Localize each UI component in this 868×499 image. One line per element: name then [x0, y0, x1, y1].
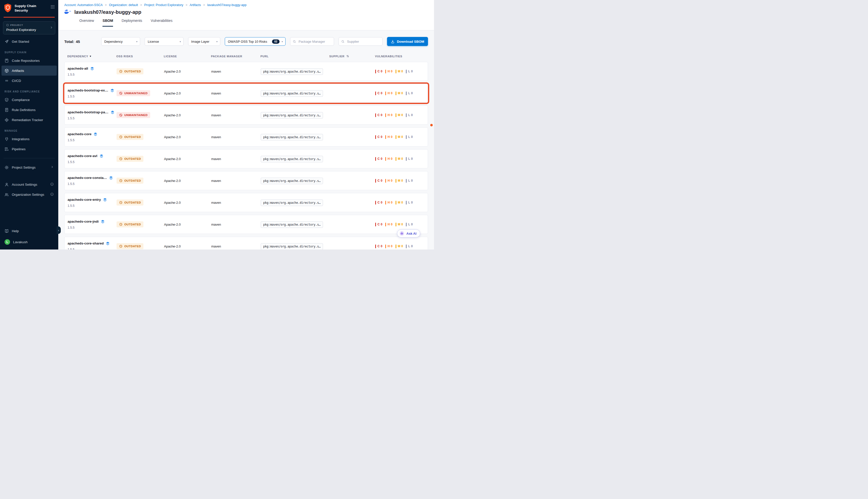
license-filter-dropdown[interactable]: License ▾ — [145, 37, 184, 46]
table-row[interactable]: apacheds-all 1.5.5 OUTDATED Apache-2.0 m… — [64, 62, 428, 81]
oss-risk-badge: OUTDATED — [116, 243, 144, 249]
purl-value[interactable]: pkg:maven/org.apache.directory.s… — [261, 243, 323, 250]
filter-bar: Dependency ▾ License ▾ Image Layer ▾ OWA… — [101, 37, 428, 46]
sidebar-item-organization-settings[interactable]: Organization Settings — [0, 190, 58, 199]
purl-value[interactable]: pkg:maven/org.apache.directory.s… — [261, 178, 323, 184]
breadcrumb-organization[interactable]: Organization: default — [109, 3, 138, 7]
severity-h: H0 — [385, 201, 392, 205]
sidebar-item-help[interactable]: Help — [0, 226, 58, 236]
module-switcher-grid-icon[interactable] — [50, 3, 55, 10]
purl-value[interactable]: pkg:maven/org.apache.directory.s… — [261, 112, 323, 119]
severity-count: 0 — [381, 223, 383, 226]
project-selector[interactable]: PROJECT Product Exploratory — [3, 21, 55, 34]
vulnerability-counts[interactable]: C0H0M0L0 — [375, 179, 428, 183]
vulnerability-counts[interactable]: C0H0M0L0 — [375, 92, 428, 95]
ask-ai-button[interactable]: Ask AI — [397, 229, 420, 238]
purl-value[interactable]: pkg:maven/org.apache.directory.s… — [261, 68, 323, 75]
severity-bar — [396, 179, 396, 183]
severity-label: C — [377, 135, 380, 139]
severity-c: C0 — [375, 244, 382, 248]
column-header-dependency[interactable]: DEPENDENCY ▾ — [67, 55, 116, 58]
severity-bar — [375, 201, 376, 205]
severity-label: M — [398, 201, 400, 204]
severity-label: H — [387, 223, 390, 226]
vulnerability-counts[interactable]: C0H0M0L0 — [375, 70, 428, 73]
supplier-search-input[interactable] — [347, 39, 380, 44]
chevron-left-icon: ‹ — [58, 228, 59, 232]
table-row[interactable]: apacheds-core-entry 1.5.5 OUTDATED Apach… — [64, 193, 428, 212]
purl-value[interactable]: pkg:maven/org.apache.directory.s… — [261, 199, 323, 206]
severity-bar — [396, 70, 396, 73]
download-sbom-button[interactable]: Download SBOM — [387, 37, 428, 46]
table-body: apacheds-all 1.5.5 OUTDATED Apache-2.0 m… — [64, 62, 428, 250]
dependency-name: apacheds-bootstrap-pa… — [67, 110, 109, 114]
sidebar-item-artifacts[interactable]: Artifacts — [1, 65, 57, 76]
severity-m: M0 — [396, 179, 403, 183]
vulnerability-counts[interactable]: C0H0M0L0 — [375, 135, 428, 139]
purl-value[interactable]: pkg:maven/org.apache.directory.s… — [261, 221, 323, 228]
vulnerability-counts[interactable]: C0H0M0L0 — [375, 113, 428, 117]
table-row[interactable]: apacheds-core-avl 1.5.5 OUTDATED Apache-… — [64, 149, 428, 168]
table-row[interactable]: apacheds-core 1.5.5 OUTDATED Apache-2.0 … — [64, 127, 428, 146]
user-menu[interactable]: L Lavakush — [0, 236, 58, 247]
package-manager-search-input[interactable] — [298, 39, 331, 44]
severity-label: H — [387, 201, 390, 204]
sidebar-item-remediation-tracker[interactable]: Remediation Tracker — [0, 115, 58, 125]
breadcrumb-artifacts[interactable]: Artifacts — [190, 3, 201, 7]
column-header-oss-risks[interactable]: OSS RISKS — [116, 55, 164, 58]
dependency-name: apacheds-core-consta… — [67, 176, 107, 180]
dependency-filter-dropdown[interactable]: Dependency ▾ — [101, 37, 140, 46]
column-header-license[interactable]: LICENSE — [164, 55, 211, 58]
sidebar-item-rule-definitions[interactable]: Rule Definitions — [0, 105, 58, 115]
sidebar-item-account-settings[interactable]: Account Settings — [0, 179, 58, 190]
purl-value[interactable]: pkg:maven/org.apache.directory.s… — [261, 156, 323, 162]
purl-value[interactable]: pkg:maven/org.apache.directory.s… — [261, 134, 323, 141]
package-icon — [4, 69, 9, 73]
purl-value[interactable]: pkg:maven/org.apache.directory.s… — [261, 90, 323, 97]
info-icon[interactable] — [50, 182, 54, 187]
sidebar-item-pipelines[interactable]: Pipelines — [0, 144, 58, 154]
severity-label: M — [398, 223, 400, 226]
column-header-supplier[interactable]: SUPPLIER — [329, 54, 375, 58]
table-row[interactable]: apacheds-core-jndi 1.5.5 OUTDATED Apache… — [64, 215, 428, 234]
table-row[interactable]: apacheds-core-consta… 1.5.5 OUTDATED Apa… — [64, 171, 428, 190]
breadcrumb-account[interactable]: Account: Automation-SSCA — [64, 3, 103, 7]
vulnerability-counts[interactable]: C0H0M0L0 — [375, 244, 428, 248]
sidebar-item-integrations[interactable]: Integrations — [0, 134, 58, 144]
table-row[interactable]: apacheds-bootstrap-ex… 1.5.5 UNMAINTAINE… — [64, 84, 428, 103]
severity-label: H — [387, 244, 390, 248]
ban-icon — [119, 113, 123, 117]
oss-risk-badge: UNMAINTAINED — [116, 112, 150, 118]
column-header-vulnerabilities[interactable]: VULNERABILITIES — [375, 55, 428, 58]
info-icon[interactable] — [50, 193, 54, 197]
sidebar-item-code-repositories[interactable]: Code Repositories — [0, 56, 58, 65]
package-manager-search — [290, 37, 334, 46]
column-header-package-manager[interactable]: PACKAGE MANAGER — [211, 55, 260, 58]
vulnerability-counts[interactable]: C0H0M0L0 — [375, 157, 428, 161]
breadcrumb-artifact-name[interactable]: lavakush07/easy-buggy-app — [207, 3, 246, 7]
vulnerability-counts[interactable]: C0H0M0L0 — [375, 201, 428, 205]
search-icon — [293, 40, 296, 44]
edge-marker-dot — [430, 124, 433, 126]
sidebar-item-compliance[interactable]: Compliance — [0, 95, 58, 105]
vulnerability-counts[interactable]: C0H0M0L0 — [375, 223, 428, 227]
oss-risk-label: OUTDATED — [124, 201, 141, 204]
severity-m: M0 — [396, 201, 403, 205]
app-logo-shield-icon[interactable] — [3, 3, 12, 14]
sidebar-item-get-started[interactable]: Get Started — [0, 36, 58, 47]
table-row[interactable]: apacheds-bootstrap-pa… 1.5.5 UNMAINTAINE… — [64, 106, 428, 125]
tab-sbom[interactable]: SBOM — [102, 19, 113, 27]
tab-vulnerabilities[interactable]: Vulnerabilities — [151, 19, 173, 27]
breadcrumb-project[interactable]: Project: Product Exploratory — [144, 3, 183, 7]
image-layer-filter-dropdown[interactable]: Image Layer ▾ — [188, 37, 220, 46]
severity-bar — [375, 157, 376, 161]
sidebar-item-cicd[interactable]: ∞ CI/CD — [0, 76, 58, 86]
sidebar-collapse-toggle[interactable]: ‹ — [57, 227, 61, 234]
column-header-purl[interactable]: PURL — [260, 55, 329, 58]
table-row[interactable]: apacheds-core-shared 1.5.5 OUTDATED Apac… — [64, 237, 428, 250]
tab-deployments[interactable]: Deployments — [122, 19, 142, 27]
oss-risk-label: OUTDATED — [124, 157, 141, 160]
tab-overview[interactable]: Overview — [79, 19, 94, 27]
sidebar-item-project-settings[interactable]: Project Settings — [0, 162, 58, 172]
owasp-risks-filter-dropdown[interactable]: OWASP OSS Top 10 Risks 02 ▾ — [225, 37, 286, 46]
